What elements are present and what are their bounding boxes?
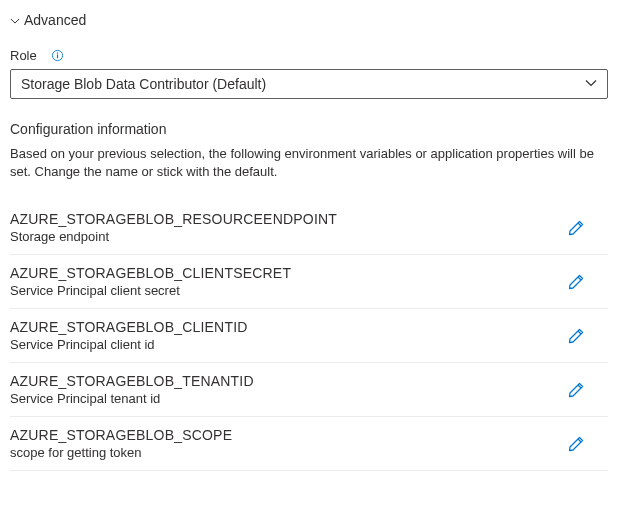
- svg-point-1: [57, 52, 58, 53]
- config-key: AZURE_STORAGEBLOB_CLIENTID: [10, 319, 248, 335]
- chevron-down-icon: [585, 76, 597, 92]
- config-desc: Storage endpoint: [10, 229, 337, 244]
- config-key: AZURE_STORAGEBLOB_CLIENTSECRET: [10, 265, 291, 281]
- edit-button[interactable]: [564, 216, 588, 240]
- config-desc: Service Principal tenant id: [10, 391, 254, 406]
- config-text: AZURE_STORAGEBLOB_SCOPE scope for gettin…: [10, 427, 232, 460]
- config-item: AZURE_STORAGEBLOB_CLIENTID Service Princ…: [10, 309, 608, 363]
- edit-button[interactable]: [564, 270, 588, 294]
- config-description: Based on your previous selection, the fo…: [10, 145, 608, 181]
- config-desc: scope for getting token: [10, 445, 232, 460]
- config-list: AZURE_STORAGEBLOB_RESOURCEENDPOINT Stora…: [10, 201, 608, 471]
- role-label: Role: [10, 48, 37, 63]
- config-key: AZURE_STORAGEBLOB_SCOPE: [10, 427, 232, 443]
- config-text: AZURE_STORAGEBLOB_TENANTID Service Princ…: [10, 373, 254, 406]
- role-select[interactable]: Storage Blob Data Contributor (Default): [10, 69, 608, 99]
- config-heading: Configuration information: [10, 121, 608, 137]
- config-key: AZURE_STORAGEBLOB_RESOURCEENDPOINT: [10, 211, 337, 227]
- edit-button[interactable]: [564, 432, 588, 456]
- role-select-wrapper: Storage Blob Data Contributor (Default): [10, 69, 608, 99]
- config-item: AZURE_STORAGEBLOB_RESOURCEENDPOINT Stora…: [10, 201, 608, 255]
- advanced-title: Advanced: [24, 12, 86, 28]
- info-icon[interactable]: [51, 49, 65, 63]
- advanced-toggle[interactable]: Advanced: [10, 10, 608, 30]
- config-item: AZURE_STORAGEBLOB_TENANTID Service Princ…: [10, 363, 608, 417]
- edit-button[interactable]: [564, 378, 588, 402]
- config-desc: Service Principal client id: [10, 337, 248, 352]
- edit-button[interactable]: [564, 324, 588, 348]
- chevron-down-icon: [10, 14, 22, 26]
- config-item: AZURE_STORAGEBLOB_SCOPE scope for gettin…: [10, 417, 608, 471]
- config-text: AZURE_STORAGEBLOB_CLIENTID Service Princ…: [10, 319, 248, 352]
- svg-rect-2: [57, 55, 58, 59]
- config-desc: Service Principal client secret: [10, 283, 291, 298]
- role-label-row: Role: [10, 48, 608, 63]
- config-text: AZURE_STORAGEBLOB_CLIENTSECRET Service P…: [10, 265, 291, 298]
- config-text: AZURE_STORAGEBLOB_RESOURCEENDPOINT Stora…: [10, 211, 337, 244]
- role-selected-value: Storage Blob Data Contributor (Default): [21, 76, 266, 92]
- config-key: AZURE_STORAGEBLOB_TENANTID: [10, 373, 254, 389]
- config-item: AZURE_STORAGEBLOB_CLIENTSECRET Service P…: [10, 255, 608, 309]
